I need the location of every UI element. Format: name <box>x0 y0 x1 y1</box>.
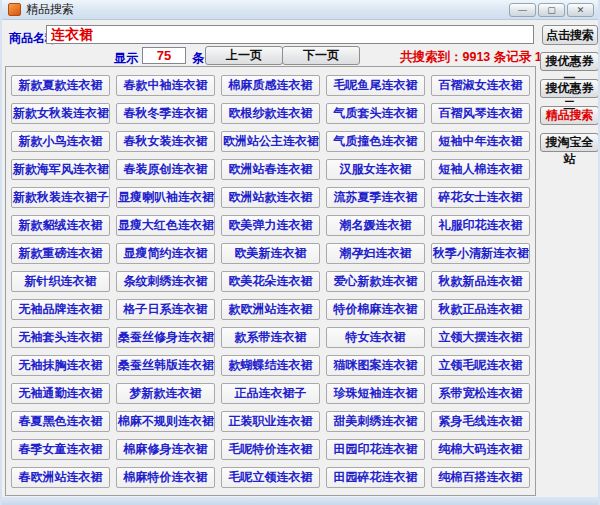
product-button[interactable]: 春秋冬季连衣裙 <box>116 103 215 124</box>
product-button[interactable]: 棉麻修身连衣裙 <box>116 439 215 460</box>
product-button[interactable]: 毛呢特价连衣裙 <box>221 439 320 460</box>
product-button[interactable]: 纯棉大码连衣裙 <box>431 439 530 460</box>
product-button[interactable]: 春装原创连衣裙 <box>116 159 215 180</box>
product-button[interactable]: 欧洲站公主连衣裙 <box>221 131 320 152</box>
product-button[interactable]: 桑蚕丝修身连衣裙 <box>116 327 215 348</box>
side-button-coupon-1[interactable]: 搜优惠券一 <box>540 52 599 71</box>
product-button[interactable]: 毛呢立领连衣裙 <box>221 467 320 488</box>
window-bottom-frame <box>2 497 598 505</box>
maximize-button[interactable]: ▢ <box>538 3 565 17</box>
product-button[interactable]: 新针织连衣裙 <box>11 271 110 292</box>
product-button[interactable]: 短袖人棉连衣裙 <box>431 159 530 180</box>
product-button[interactable]: 正品连衣裙子 <box>221 383 320 404</box>
product-button[interactable]: 条纹刺绣连衣裙 <box>116 271 215 292</box>
search-button[interactable]: 点击搜索 <box>542 25 598 45</box>
side-button-coupon-2[interactable]: 搜优惠券二 <box>540 79 599 98</box>
product-button[interactable]: 秋款新品连衣裙 <box>431 271 530 292</box>
product-button[interactable]: 猫咪图案连衣裙 <box>326 355 425 376</box>
titlebar: 精品搜索 — ▢ ✕ <box>2 0 598 20</box>
product-button[interactable]: 气质套头连衣裙 <box>326 103 425 124</box>
product-button[interactable]: 欧根纱款连衣裙 <box>221 103 320 124</box>
product-button[interactable]: 欧美花朵连衣裙 <box>221 271 320 292</box>
window-controls: — ▢ ✕ <box>509 3 594 17</box>
product-button[interactable]: 显瘦简约连衣裙 <box>116 243 215 264</box>
product-button[interactable]: 特女连衣裙 <box>326 327 425 348</box>
product-button[interactable]: 格子日系连衣裙 <box>116 299 215 320</box>
product-button[interactable]: 新款女秋装连衣裙 <box>11 103 110 124</box>
product-button[interactable]: 新款夏款连衣裙 <box>11 75 110 96</box>
product-button[interactable]: 碎花女士连衣裙 <box>431 187 530 208</box>
prev-page-button[interactable]: 上一页 <box>205 46 283 65</box>
product-button[interactable]: 气质撞色连衣裙 <box>326 131 425 152</box>
product-button[interactable]: 田园碎花连衣裙 <box>326 467 425 488</box>
product-button[interactable]: 春夏黑色连衣裙 <box>11 411 110 432</box>
product-button[interactable]: 立领毛呢连衣裙 <box>431 355 530 376</box>
product-name-input[interactable] <box>46 25 534 44</box>
product-button[interactable]: 田园印花连衣裙 <box>326 439 425 460</box>
product-button[interactable]: 棉麻不规则连衣裙 <box>116 411 215 432</box>
display-unit-label: 条 <box>192 50 204 67</box>
product-button[interactable]: 款欧洲站连衣裙 <box>221 299 320 320</box>
product-button[interactable]: 款系带连衣裙 <box>221 327 320 348</box>
product-button[interactable]: 新款秋装连衣裙子 <box>11 187 110 208</box>
product-button[interactable]: 显瘦大红色连衣裙 <box>116 215 215 236</box>
product-grid: 新款夏款连衣裙春款中袖连衣裙棉麻质感连衣裙毛呢鱼尾连衣裙百褶淑女连衣裙新款女秋装… <box>5 66 536 496</box>
side-button-premium-search[interactable]: 精品搜索 <box>540 106 599 125</box>
product-button[interactable]: 正装职业连衣裙 <box>221 411 320 432</box>
product-button[interactable]: 春季女童连衣裙 <box>11 439 110 460</box>
product-button[interactable]: 新款小鸟连衣裙 <box>11 131 110 152</box>
product-button[interactable]: 无袖品牌连衣裙 <box>11 299 110 320</box>
product-button[interactable]: 棉麻特价连衣裙 <box>116 467 215 488</box>
side-panel: 搜优惠券一 搜优惠券二 精品搜索 搜淘宝全站 <box>539 52 600 160</box>
product-button[interactable]: 无袖通勤连衣裙 <box>11 383 110 404</box>
product-button[interactable]: 纯棉百搭连衣裙 <box>431 467 530 488</box>
product-button[interactable]: 立领大摆连衣裙 <box>431 327 530 348</box>
product-button[interactable]: 流苏夏季连衣裙 <box>326 187 425 208</box>
product-button[interactable]: 欧美新连衣裙 <box>221 243 320 264</box>
product-button[interactable]: 无袖套头连衣裙 <box>11 327 110 348</box>
product-button[interactable]: 显瘦喇叭袖连衣裙 <box>116 187 215 208</box>
product-button[interactable]: 桑蚕丝韩版连衣裙 <box>116 355 215 376</box>
app-icon <box>8 3 21 16</box>
product-button[interactable]: 春秋女装连衣裙 <box>116 131 215 152</box>
product-button[interactable]: 春款中袖连衣裙 <box>116 75 215 96</box>
close-button[interactable]: ✕ <box>567 3 594 17</box>
product-button[interactable]: 甜美刺绣连衣裙 <box>326 411 425 432</box>
product-button[interactable]: 梦新款连衣裙 <box>116 383 215 404</box>
product-button[interactable]: 新款貂绒连衣裙 <box>11 215 110 236</box>
side-button-taobao-all[interactable]: 搜淘宝全站 <box>540 133 599 152</box>
product-button[interactable]: 新款重磅连衣裙 <box>11 243 110 264</box>
product-button[interactable]: 礼服印花连衣裙 <box>431 215 530 236</box>
product-button[interactable]: 百褶风琴连衣裙 <box>431 103 530 124</box>
window-title: 精品搜索 <box>26 1 74 18</box>
app-window: 精品搜索 — ▢ ✕ 商品名称: 点击搜索 显示 条 上一页 下一页 共搜索到：… <box>0 0 600 505</box>
product-button[interactable]: 秋季小清新连衣裙 <box>431 243 530 264</box>
product-button[interactable]: 爱心新款连衣裙 <box>326 271 425 292</box>
product-button[interactable]: 无袖抹胸连衣裙 <box>11 355 110 376</box>
product-button[interactable]: 潮名媛连衣裙 <box>326 215 425 236</box>
next-page-button[interactable]: 下一页 <box>282 46 360 65</box>
product-button[interactable]: 珍珠短袖连衣裙 <box>326 383 425 404</box>
display-count-input[interactable] <box>142 47 186 64</box>
product-button[interactable]: 欧美弹力连衣裙 <box>221 215 320 236</box>
product-button[interactable]: 款蝴蝶结连衣裙 <box>221 355 320 376</box>
product-button[interactable]: 棉麻质感连衣裙 <box>221 75 320 96</box>
product-button[interactable]: 春欧洲站连衣裙 <box>11 467 110 488</box>
product-button[interactable]: 毛呢鱼尾连衣裙 <box>326 75 425 96</box>
product-button[interactable]: 汉服女连衣裙 <box>326 159 425 180</box>
product-button[interactable]: 系带宽松连衣裙 <box>431 383 530 404</box>
product-button[interactable]: 新款海军风连衣裙 <box>11 159 110 180</box>
product-button[interactable]: 秋款正品连衣裙 <box>431 299 530 320</box>
display-label: 显示 <box>114 50 138 67</box>
product-button[interactable]: 百褶淑女连衣裙 <box>431 75 530 96</box>
product-button[interactable]: 潮孕妇连衣裙 <box>326 243 425 264</box>
product-button[interactable]: 短袖中年连衣裙 <box>431 131 530 152</box>
product-button[interactable]: 欧洲站春连衣裙 <box>221 159 320 180</box>
product-button[interactable]: 紧身毛线连衣裙 <box>431 411 530 432</box>
minimize-button[interactable]: — <box>509 3 536 17</box>
product-button[interactable]: 特价棉麻连衣裙 <box>326 299 425 320</box>
product-button[interactable]: 欧洲站款连衣裙 <box>221 187 320 208</box>
